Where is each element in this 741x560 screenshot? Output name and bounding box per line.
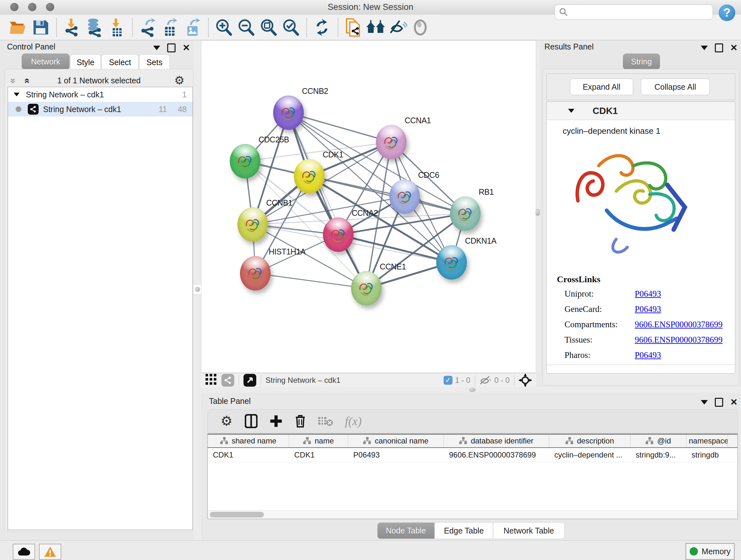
tab-network-table[interactable]: Network Table <box>493 522 564 539</box>
table-cell[interactable]: CDK1 <box>289 448 348 462</box>
cloud-button[interactable] <box>13 544 35 560</box>
right-splitter-grip[interactable] <box>536 209 540 216</box>
graph-node-CDC6[interactable] <box>389 179 420 214</box>
graph-node-CDC25B[interactable] <box>230 144 260 179</box>
warning-button[interactable] <box>39 544 61 560</box>
tab-network[interactable]: Network <box>22 54 70 70</box>
refresh-icon[interactable] <box>312 17 332 37</box>
column-header-database-identifier[interactable]: database identifier <box>444 435 549 447</box>
graph-node-CCNB2[interactable] <box>273 96 304 130</box>
left-splitter-grip[interactable] <box>193 284 202 294</box>
export-image-icon[interactable] <box>183 17 202 37</box>
column-header--id[interactable]: @id <box>630 435 686 447</box>
graph-node-CCNA2[interactable] <box>323 217 354 252</box>
graph-node-CCNA1[interactable] <box>376 125 407 159</box>
hscrollbar-thumb[interactable] <box>210 512 264 517</box>
collapse-all-networks-icon[interactable]: » <box>8 78 19 84</box>
grid-view-icon[interactable] <box>205 374 216 387</box>
tab-select[interactable]: Select <box>102 54 138 70</box>
gene-collapse-icon[interactable] <box>568 109 575 113</box>
table-row[interactable]: CDK1CDK1P064939606.ENSP00000378699cyclin… <box>208 448 738 462</box>
column-header-description[interactable]: description <box>549 435 630 447</box>
edge[interactable] <box>255 273 366 288</box>
horizontal-splitter[interactable] <box>201 387 741 393</box>
memory-button[interactable]: Memory <box>685 543 735 560</box>
panel-menu-icon[interactable] <box>153 46 160 50</box>
panel-float-icon[interactable] <box>715 398 723 407</box>
graph-node-CDKN1A[interactable] <box>436 245 467 280</box>
graph-node-RB1[interactable] <box>450 196 481 231</box>
tab-node-table[interactable]: Node Table <box>377 522 434 539</box>
help-icon[interactable]: ? <box>719 4 735 21</box>
expand-all-networks-icon[interactable]: » <box>21 78 31 84</box>
delete-column-icon[interactable] <box>294 414 306 428</box>
table-settings-gear-icon[interactable]: ⚙ <box>220 415 232 427</box>
network-view-icon[interactable] <box>221 374 234 387</box>
column-header-canonical-name[interactable]: canonical name <box>348 435 444 447</box>
hide-panel-eye-icon[interactable] <box>388 17 408 37</box>
network-row[interactable]: String Network – cdk1 11 48 <box>8 102 192 117</box>
export-table-icon[interactable] <box>160 17 180 37</box>
graph-node-CCNB1[interactable] <box>238 207 268 242</box>
crosslink-link[interactable]: P06493 <box>635 350 661 360</box>
edge[interactable] <box>288 113 366 288</box>
table-cell[interactable]: cyclin–dependent ... <box>549 448 630 462</box>
panel-close-icon[interactable]: ✕ <box>183 45 190 51</box>
network-options-gear-icon[interactable]: ⚙ <box>174 75 185 86</box>
delete-table-icon[interactable] <box>318 416 333 427</box>
detach-view-icon[interactable] <box>244 374 256 387</box>
table-cell[interactable]: 9606.ENSP00000378699 <box>444 448 549 462</box>
selected-nodes-checkbox[interactable]: ✓ <box>444 376 455 385</box>
graph-node-CDK1[interactable] <box>294 159 325 193</box>
panel-float-icon[interactable] <box>715 44 723 52</box>
node-table[interactable]: shared namenamecanonical namedatabase id… <box>207 434 738 519</box>
zoom-in-icon[interactable] <box>214 17 233 37</box>
search-field[interactable] <box>555 4 713 20</box>
expand-all-button[interactable]: Expand All <box>570 78 633 95</box>
save-session-icon[interactable] <box>30 17 51 37</box>
panel-menu-icon[interactable] <box>701 400 708 405</box>
panel-float-icon[interactable] <box>167 44 176 52</box>
collapse-all-button[interactable]: Collapse All <box>641 78 710 95</box>
tab-sets[interactable]: Sets <box>139 54 170 70</box>
tab-string[interactable]: String <box>623 54 660 70</box>
tab-style[interactable]: Style <box>70 54 101 70</box>
panel-menu-icon[interactable] <box>701 46 708 50</box>
crosslink-link[interactable]: 9606.ENSP00000378699 <box>635 335 723 345</box>
add-column-icon[interactable] <box>270 415 282 428</box>
network-canvas[interactable]: CCNB2CCNA1CDC25BCDK1CDC6RB1CCNB1CCNA2CDK… <box>201 40 536 373</box>
crosslink-link[interactable]: 9606.ENSP00000378699 <box>635 320 723 329</box>
open-session-icon[interactable] <box>8 17 28 37</box>
graph-node-CCNE1[interactable] <box>351 271 382 306</box>
left-splitter[interactable] <box>193 40 201 540</box>
crosslink-link[interactable]: P06493 <box>635 304 661 314</box>
column-header-namespace[interactable]: namespace <box>686 435 728 447</box>
network-collection-row[interactable]: String Network – cdk1 1 <box>8 87 192 102</box>
table-hscrollbar[interactable] <box>208 510 738 519</box>
birdseye-icon[interactable] <box>519 374 532 387</box>
show-columns-icon[interactable] <box>245 414 258 428</box>
tab-edge-table[interactable]: Edge Table <box>434 522 493 539</box>
table-cell[interactable]: stringdb <box>686 448 728 462</box>
gene-header[interactable]: CDK1 <box>547 102 735 120</box>
string-home-icon[interactable] <box>366 17 386 37</box>
horizontal-splitter-grip[interactable] <box>469 388 475 392</box>
clone-network-icon[interactable] <box>343 17 363 37</box>
column-header-shared-name[interactable]: shared name <box>208 435 289 447</box>
collection-expand-icon[interactable] <box>14 92 19 96</box>
show-panel-eye-icon[interactable] <box>410 17 430 37</box>
crosslink-link[interactable]: P06493 <box>635 289 661 299</box>
table-cell[interactable]: CDK1 <box>208 448 289 462</box>
zoom-fit-icon[interactable] <box>259 17 278 37</box>
column-header-name[interactable]: name <box>289 435 348 447</box>
import-database-icon[interactable] <box>84 17 104 37</box>
zoom-out-icon[interactable] <box>236 17 256 37</box>
panel-close-icon[interactable]: ✕ <box>730 45 738 51</box>
right-splitter[interactable] <box>536 40 540 373</box>
search-input[interactable] <box>568 7 704 17</box>
graph-node-HIST1H1A[interactable] <box>240 256 271 291</box>
table-cell[interactable]: stringdb:9... <box>630 448 686 462</box>
table-cell[interactable]: P06493 <box>348 448 444 462</box>
import-network-icon[interactable] <box>62 17 82 37</box>
function-builder-icon[interactable]: f(x) <box>345 414 362 428</box>
